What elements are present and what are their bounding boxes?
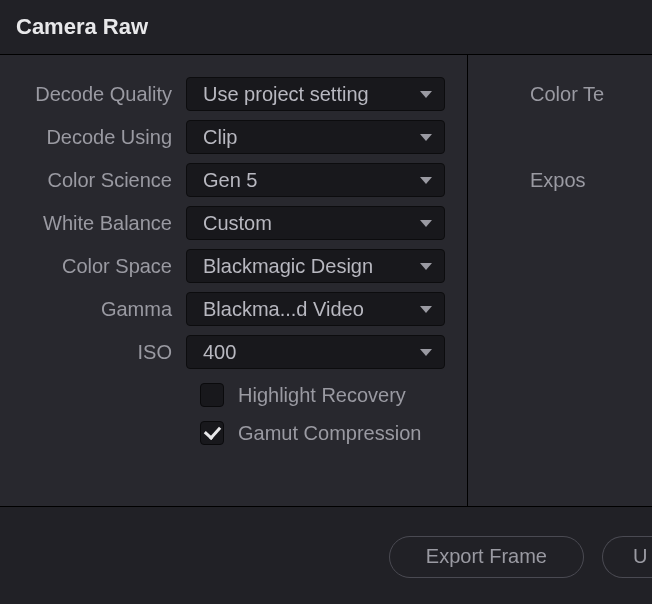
decode-using-label: Decode Using [10,126,186,149]
decode-quality-label: Decode Quality [10,83,186,106]
gamut-compression-checkbox[interactable] [200,421,224,445]
decode-using-value: Clip [203,126,237,149]
decode-quality-value: Use project setting [203,83,369,106]
color-space-row: Color Space Blackmagic Design [10,249,445,283]
white-balance-dropdown[interactable]: Custom [186,206,445,240]
gamut-compression-label: Gamut Compression [238,422,421,445]
chevron-down-icon [420,349,432,356]
highlight-recovery-checkbox[interactable] [200,383,224,407]
chevron-down-icon [420,134,432,141]
secondary-button[interactable]: U [602,536,652,578]
color-space-dropdown[interactable]: Blackmagic Design [186,249,445,283]
chevron-down-icon [420,177,432,184]
gamma-dropdown[interactable]: Blackma...d Video [186,292,445,326]
decode-using-dropdown[interactable]: Clip [186,120,445,154]
gamma-label: Gamma [10,298,186,321]
export-frame-button[interactable]: Export Frame [389,536,584,578]
decode-quality-dropdown[interactable]: Use project setting [186,77,445,111]
footer: Export Frame U [0,506,652,604]
white-balance-value: Custom [203,212,272,235]
color-space-label: Color Space [10,255,186,278]
color-science-row: Color Science Gen 5 [10,163,445,197]
color-space-value: Blackmagic Design [203,255,373,278]
white-balance-row: White Balance Custom [10,206,445,240]
exposure-label: Expos [478,169,586,192]
chevron-down-icon [420,306,432,313]
color-temp-row: Color Te [478,77,652,111]
color-temp-label: Color Te [478,83,604,106]
color-science-value: Gen 5 [203,169,257,192]
iso-row: ISO 400 [10,335,445,369]
iso-dropdown[interactable]: 400 [186,335,445,369]
panel-title: Camera Raw [0,0,652,54]
iso-label: ISO [10,341,186,364]
chevron-down-icon [420,91,432,98]
gamma-row: Gamma Blackma...d Video [10,292,445,326]
white-balance-label: White Balance [10,212,186,235]
right-panel: Color Te Expos [468,55,652,506]
highlight-recovery-label: Highlight Recovery [238,384,406,407]
decode-quality-row: Decode Quality Use project setting [10,77,445,111]
color-science-dropdown[interactable]: Gen 5 [186,163,445,197]
color-science-label: Color Science [10,169,186,192]
chevron-down-icon [420,220,432,227]
highlight-recovery-row: Highlight Recovery [10,383,445,407]
iso-value: 400 [203,341,236,364]
chevron-down-icon [420,263,432,270]
left-panel: Decode Quality Use project setting Decod… [0,55,468,506]
gamma-value: Blackma...d Video [203,298,364,321]
decode-using-row: Decode Using Clip [10,120,445,154]
settings-container: Decode Quality Use project setting Decod… [0,54,652,506]
gamut-compression-row: Gamut Compression [10,421,445,445]
exposure-row: Expos [478,163,652,197]
